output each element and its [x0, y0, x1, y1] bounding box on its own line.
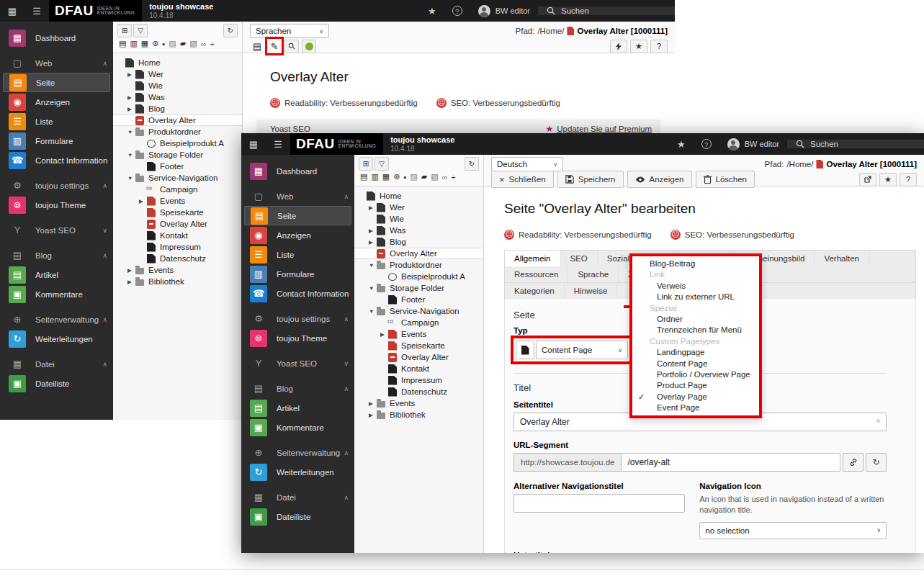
bookmarks-button[interactable]: ★	[669, 133, 694, 155]
cache-button[interactable]	[610, 40, 627, 53]
tree-item[interactable]: ▼ Service-Navigation	[354, 305, 483, 317]
tree-item[interactable]: Overlay Alter	[354, 248, 483, 259]
refresh-tree-button[interactable]: ↻	[465, 157, 479, 171]
module-menu-item[interactable]: ▦ Datei ∧	[0, 354, 113, 374]
pagetree-toggle-icon[interactable]: ☰	[266, 133, 290, 155]
tree-item[interactable]: Impressum	[113, 241, 242, 253]
tree-item[interactable]: ▶ Bibliothek	[354, 409, 483, 420]
module-menu-item[interactable]: ▥ Formulare	[0, 131, 113, 150]
module-menu-item[interactable]: ⚙ toujou settings ∧	[241, 309, 354, 328]
module-menu-item[interactable]: ☎ Contact Information	[241, 284, 354, 303]
tree-expander-icon[interactable]: ▶	[380, 331, 388, 338]
help-button[interactable]: ?	[444, 0, 470, 22]
tree-item[interactable]: ▶ Blog	[113, 103, 242, 114]
premium-upgrade-link[interactable]: Updaten Sie auf Premium	[557, 125, 652, 133]
toggle-url-lock-button[interactable]	[843, 453, 864, 472]
tree-item[interactable]: Speisekarte	[354, 340, 483, 351]
module-menu-item[interactable]: Y Yoast SEO ∨	[0, 220, 113, 240]
dropdown-option[interactable]: Ordner	[632, 314, 759, 325]
bookmark-button[interactable]: ★	[630, 40, 647, 53]
tree-item[interactable]: Impressum	[354, 374, 483, 386]
module-menu-item[interactable]: ⚙ toujou settings ∧	[0, 176, 113, 195]
drag-pagetype-icon[interactable]: ▨	[169, 39, 176, 48]
module-menu-item[interactable]: ▦ Dashboard	[241, 161, 354, 181]
tree-expander-icon[interactable]: ▼	[127, 129, 135, 135]
dropdown-option[interactable]: Link zu externer URL	[632, 292, 759, 302]
module-menu-item[interactable]: ▣ Kommentare	[0, 284, 113, 304]
module-menu-item[interactable]: ▢ Web ∧	[241, 186, 354, 206]
tree-item[interactable]: ▶ Events	[113, 264, 242, 276]
module-menu-item[interactable]: ▥ Formulare	[241, 264, 354, 284]
tree-item[interactable]: Speisekarte	[113, 207, 242, 218]
tree-expander-icon[interactable]: ▼	[127, 152, 135, 158]
module-menu-item[interactable]: ☎ Contact Information	[0, 150, 113, 170]
dropdown-option[interactable]: Landingpage	[632, 347, 759, 358]
drag-pagetype-icon[interactable]: ÷	[451, 173, 455, 181]
drag-pagetype-icon[interactable]: ÷	[210, 40, 214, 48]
view-button[interactable]: Anzeigen	[627, 171, 692, 188]
drag-pagetype-icon[interactable]: ∞	[201, 40, 207, 48]
save-button[interactable]: Speichern	[557, 171, 624, 188]
delete-button[interactable]: Löschen	[696, 171, 755, 188]
dropdown-option[interactable]: Product Page	[632, 380, 759, 391]
filter-button[interactable]: ▽	[133, 24, 148, 37]
tab[interactable]: Allgemein	[505, 251, 561, 266]
module-menu-item[interactable]: ▤ Artikel	[0, 265, 113, 284]
drag-pagetype-icon[interactable]: ▪	[403, 173, 406, 181]
tree-expander-icon[interactable]: ▶	[127, 106, 135, 112]
tree-expander-icon[interactable]: ▼	[369, 308, 377, 315]
tree-expander-icon[interactable]: ▶	[369, 228, 377, 234]
tree-item[interactable]: Home	[354, 190, 483, 202]
drag-pagetype-icon[interactable]: ▤	[360, 172, 367, 181]
drag-pagetype-icon[interactable]: ▪	[162, 40, 165, 48]
module-menu-item[interactable]: ▢ Web ∧	[0, 53, 113, 73]
tree-expander-icon[interactable]: ▶	[369, 239, 377, 246]
drag-pagetype-icon[interactable]: ▰	[180, 39, 186, 48]
tree-item[interactable]: Datenschutz	[113, 253, 242, 264]
module-menu-item[interactable]: ▣ Kommentare	[241, 418, 354, 437]
tree-expander-icon[interactable]: ▶	[127, 94, 135, 101]
edit-page-icon-highlighted[interactable]: ✎	[267, 39, 282, 53]
dropdown-option[interactable]: Event Page	[632, 402, 759, 413]
dropdown-option[interactable]: Portfolio / Overview Page	[632, 369, 759, 380]
tree-item[interactable]: Kontakt	[354, 363, 483, 374]
bookmark-button[interactable]: ★	[879, 173, 897, 186]
tree-expander-icon[interactable]: ▶	[127, 71, 135, 78]
tree-item[interactable]: ▼ Produktordner	[354, 259, 483, 271]
tab[interactable]: SEO	[561, 251, 598, 266]
global-search[interactable]: Suchen	[538, 6, 675, 15]
dropdown-option[interactable]: Verweis	[632, 281, 759, 292]
tree-item[interactable]: Campaign	[354, 317, 483, 328]
tree-expander-icon[interactable]: ▶	[139, 198, 147, 204]
module-menu-item[interactable]: ▤ Seite	[244, 206, 351, 225]
tree-item[interactable]: ▶ Was	[113, 91, 242, 103]
tree-item[interactable]: Wie	[113, 80, 242, 91]
view-page-icon[interactable]: ▤	[250, 39, 264, 53]
tab[interactable]: Ressourcen	[505, 266, 568, 282]
pagetype-select[interactable]: Content Page ∨	[536, 341, 628, 359]
help-button-doc[interactable]: ?	[900, 173, 917, 186]
modulemenu-toggle-icon[interactable]: ▦	[241, 133, 266, 155]
module-menu-item[interactable]: ▤ Blog ∧	[241, 379, 354, 398]
drag-pagetype-icon[interactable]: ▥	[130, 39, 137, 48]
bookmarks-button[interactable]: ★	[420, 0, 444, 22]
tree-item[interactable]: ▼ Storage Folder	[354, 282, 483, 294]
global-search[interactable]: Suchen	[787, 140, 924, 148]
drag-pagetype-icon[interactable]: ▤	[119, 39, 126, 48]
tree-item[interactable]: ▼ Produktordner	[113, 126, 242, 138]
module-menu-item[interactable]: ↻ Weiterleitungen	[0, 329, 113, 348]
tree-item[interactable]: ▶ Events	[354, 328, 483, 340]
tree-item[interactable]: Campaign	[113, 184, 242, 195]
language-select[interactable]: Deutsch ∨	[491, 157, 563, 171]
user-menu[interactable]: BW editor	[719, 133, 787, 155]
module-menu-item[interactable]: ☰ Liste	[0, 112, 113, 131]
tree-item[interactable]: Overlay Alter	[354, 351, 483, 363]
tree-expander-icon[interactable]: ▼	[369, 262, 377, 269]
module-menu-item[interactable]: ⊚ toujou Theme	[241, 328, 354, 348]
drag-pagetype-icon[interactable]: ▧	[431, 172, 438, 181]
dropdown-option[interactable]: Content Page	[632, 359, 759, 369]
close-button[interactable]: × Schließen	[491, 171, 554, 188]
tree-item[interactable]: Wie	[354, 213, 483, 225]
dropdown-option[interactable]: Custom Pagetypes	[632, 336, 759, 347]
tree-item[interactable]: ▶ Blog	[354, 236, 483, 248]
